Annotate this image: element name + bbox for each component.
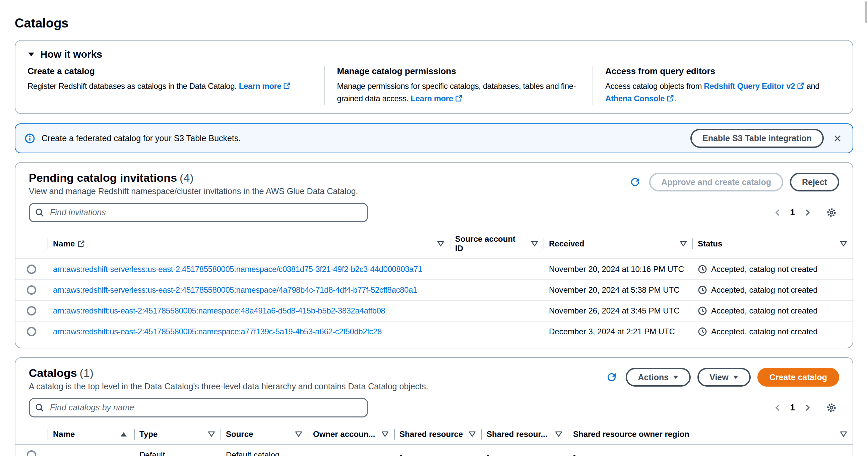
invitations-table: Name Source account ID Received Status xyxy=(16,229,852,342)
filter-icon[interactable] xyxy=(680,240,687,247)
card-heading: Access from query editors xyxy=(605,66,830,77)
filter-icon[interactable] xyxy=(555,431,562,437)
how-it-works-title: How it works xyxy=(40,49,102,60)
sort-ascending-icon[interactable] xyxy=(120,431,127,437)
gear-icon xyxy=(827,208,837,218)
column-header-status[interactable]: Status xyxy=(692,229,852,259)
page-title: Catalogs xyxy=(15,16,853,31)
approve-and-create-catalog-button[interactable]: Approve and create catalog xyxy=(649,173,783,192)
column-header-received[interactable]: Received xyxy=(544,229,692,259)
catalog-type-cell: Default xyxy=(134,445,220,456)
invitation-name-link[interactable]: arn:aws:redshift-serverless:us-east-2:45… xyxy=(53,265,444,274)
catalogs-toolbar: 1 xyxy=(16,391,852,424)
column-header-shared-resource-2[interactable]: Shared resour... xyxy=(481,424,568,445)
column-header-source-account-id[interactable]: Source account ID xyxy=(450,229,544,259)
chevron-right-icon xyxy=(803,403,812,412)
refresh-icon xyxy=(629,176,641,188)
column-header-type[interactable]: Type xyxy=(134,424,220,445)
preferences-button[interactable] xyxy=(824,205,839,220)
filter-icon[interactable] xyxy=(295,431,302,437)
row-radio[interactable] xyxy=(27,285,36,295)
learn-more-link[interactable]: Learn more xyxy=(239,82,291,91)
actions-dropdown-button[interactable]: Actions xyxy=(626,368,691,387)
column-label: Status xyxy=(698,239,722,248)
filter-icon[interactable] xyxy=(381,431,389,437)
find-catalogs-input[interactable] xyxy=(29,398,368,418)
gear-icon xyxy=(827,403,837,413)
redshift-query-editor-link[interactable]: Redshift Query Editor v2 xyxy=(704,82,804,91)
invitation-name-link[interactable]: arn:aws:redshift-serverless:us-east-2:45… xyxy=(53,285,444,295)
find-invitations-input[interactable] xyxy=(29,203,368,222)
column-header-owner-account[interactable]: Owner accoun... xyxy=(308,424,394,445)
how-it-works-toggle[interactable]: How it works xyxy=(28,49,840,60)
catalogs-header-text: Catalogs(1) A catalog is the top level i… xyxy=(29,366,428,391)
filter-icon[interactable] xyxy=(437,240,444,247)
column-header-source[interactable]: Source xyxy=(220,424,308,445)
filter-icon[interactable] xyxy=(468,431,476,437)
invitation-name-link[interactable]: arn:aws:redshift:us-east-2:451785580005:… xyxy=(53,306,444,315)
catalog-shared-region-cell: - xyxy=(568,445,852,456)
next-page-button[interactable] xyxy=(800,206,814,220)
card-text: Manage permissions for specific catalogs… xyxy=(337,80,582,104)
source-account-cell xyxy=(450,300,544,321)
filter-icon[interactable] xyxy=(840,240,847,247)
enable-s3-table-integration-button[interactable]: Enable S3 Table integration xyxy=(690,129,824,148)
row-radio[interactable] xyxy=(27,327,36,336)
external-link-icon xyxy=(666,95,674,102)
catalogs-header: Catalogs(1) A catalog is the top level i… xyxy=(16,358,852,391)
info-banner: Create a federated catalog for your S3 T… xyxy=(15,123,853,153)
previous-page-button[interactable] xyxy=(771,401,785,415)
column-header-name[interactable]: Name xyxy=(48,424,134,445)
row-radio[interactable] xyxy=(27,306,36,315)
column-header-shared-resource[interactable]: Shared resource xyxy=(394,424,481,445)
catalogs-panel: Catalogs(1) A catalog is the top level i… xyxy=(15,357,853,456)
invitations-title: Pending catalog invitations(4) xyxy=(29,171,358,184)
current-page[interactable]: 1 xyxy=(785,207,800,218)
external-link-icon xyxy=(283,82,290,90)
row-radio[interactable] xyxy=(27,450,36,456)
column-label: Name xyxy=(53,239,75,248)
invitations-actions: Approve and create catalog Reject xyxy=(628,171,839,192)
reject-button[interactable]: Reject xyxy=(790,173,839,192)
invitations-count: (4) xyxy=(180,171,194,184)
select-column-header xyxy=(16,424,48,445)
filter-icon[interactable] xyxy=(208,431,215,437)
next-page-button[interactable] xyxy=(800,401,814,415)
refresh-button[interactable] xyxy=(628,175,643,189)
create-catalog-button[interactable]: Create catalog xyxy=(757,368,839,387)
chevron-right-icon xyxy=(803,208,812,217)
close-icon[interactable] xyxy=(832,133,843,144)
caret-down-icon xyxy=(673,375,679,379)
view-dropdown-button[interactable]: View xyxy=(698,368,751,387)
scrollbar-thumb[interactable] xyxy=(865,1,867,23)
status-cell: Accepted, catalog not created xyxy=(692,259,852,280)
column-header-shared-resource-owner-region[interactable]: Shared resource owner region xyxy=(568,424,852,445)
preferences-button[interactable] xyxy=(824,400,839,416)
current-page[interactable]: 1 xyxy=(785,402,800,413)
row-radio[interactable] xyxy=(27,265,36,274)
column-label: Shared resource xyxy=(400,429,463,439)
invitation-name-link[interactable]: arn:aws:redshift:us-east-2:451785580005:… xyxy=(53,327,444,336)
received-cell: November 20, 2024 at 10:16 PM UTC xyxy=(544,259,692,280)
status-cell: Accepted, catalog not created xyxy=(692,280,852,300)
learn-more-link[interactable]: Learn more xyxy=(410,94,463,103)
invitations-toolbar: 1 xyxy=(16,196,852,229)
filter-icon[interactable] xyxy=(531,240,538,247)
catalog-owner-cell xyxy=(308,445,394,456)
refresh-button[interactable] xyxy=(604,370,619,385)
how-it-works-columns: Create a catalog Register Redshift datab… xyxy=(28,66,840,104)
athena-console-link[interactable]: Athena Console xyxy=(605,94,674,103)
catalogs-header-row: Name Type Source Owner accoun... Shared xyxy=(16,424,852,445)
status-cell: Accepted, catalog not created xyxy=(692,300,852,321)
column-label: Type xyxy=(140,429,157,439)
column-label: Source account ID xyxy=(455,234,526,253)
chevron-left-icon xyxy=(774,403,782,412)
pending-clock-icon xyxy=(698,306,707,315)
previous-page-button[interactable] xyxy=(771,206,785,220)
invitation-row: arn:aws:redshift-serverless:us-east-2:45… xyxy=(16,259,852,280)
column-header-name[interactable]: Name xyxy=(48,229,450,259)
caret-down-icon xyxy=(733,375,739,379)
how-it-works-panel: How it works Create a catalog Register R… xyxy=(15,40,853,114)
catalogs-pagination: 1 xyxy=(771,400,839,416)
filter-icon[interactable] xyxy=(840,431,847,437)
